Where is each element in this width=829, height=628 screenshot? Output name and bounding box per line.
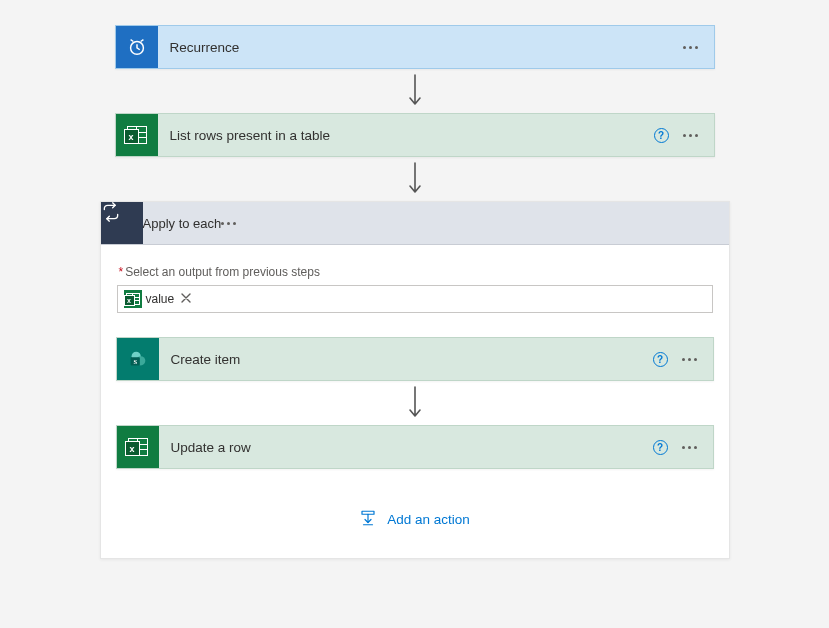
output-selector-input[interactable]: value — [117, 285, 713, 313]
step-title: Update a row — [159, 440, 653, 455]
add-action-icon — [359, 509, 377, 530]
more-icon[interactable] — [682, 446, 697, 449]
connector-arrow — [407, 69, 423, 113]
more-icon[interactable] — [683, 134, 698, 137]
help-icon[interactable]: ? — [653, 440, 668, 455]
loop-title: Apply to each — [143, 216, 222, 231]
loop-icon — [101, 202, 143, 244]
remove-token-icon[interactable] — [178, 291, 194, 307]
svg-text:S: S — [133, 358, 137, 365]
step-list-rows[interactable]: List rows present in a table ? — [115, 113, 715, 157]
more-icon[interactable] — [683, 46, 698, 49]
token-label: value — [146, 292, 175, 306]
required-asterisk: * — [119, 265, 124, 279]
excel-icon — [116, 114, 158, 156]
clock-icon — [116, 26, 158, 68]
step-title: List rows present in a table — [158, 128, 654, 143]
sharepoint-icon: S — [117, 338, 159, 380]
more-icon[interactable] — [221, 222, 236, 225]
loop-apply-to-each: Apply to each *Select an output from pre… — [100, 201, 730, 559]
step-title: Create item — [159, 352, 653, 367]
connector-arrow — [407, 157, 423, 201]
excel-icon — [124, 290, 142, 308]
add-action-label: Add an action — [387, 512, 470, 527]
more-icon[interactable] — [682, 358, 697, 361]
connector-arrow — [407, 381, 423, 425]
step-create-item[interactable]: S Create item ? — [116, 337, 714, 381]
token-value[interactable]: value — [124, 290, 195, 308]
field-label: *Select an output from previous steps — [119, 265, 320, 279]
step-title: Recurrence — [158, 40, 683, 55]
loop-header[interactable]: Apply to each — [101, 202, 729, 245]
step-recurrence[interactable]: Recurrence — [115, 25, 715, 69]
help-icon[interactable]: ? — [653, 352, 668, 367]
add-action-button[interactable]: Add an action — [359, 509, 470, 530]
help-icon[interactable]: ? — [654, 128, 669, 143]
excel-icon — [117, 426, 159, 468]
step-update-row[interactable]: Update a row ? — [116, 425, 714, 469]
